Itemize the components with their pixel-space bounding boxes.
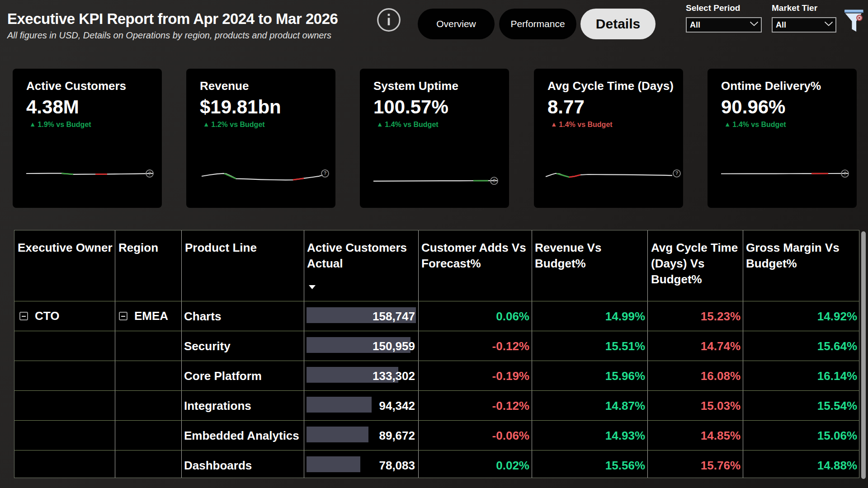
svg-text:?: ? [148,171,151,176]
svg-text:?: ? [324,170,327,176]
svg-text:?: ? [493,178,496,183]
svg-text:?: ? [675,170,679,176]
svg-text:?: ? [844,171,847,176]
